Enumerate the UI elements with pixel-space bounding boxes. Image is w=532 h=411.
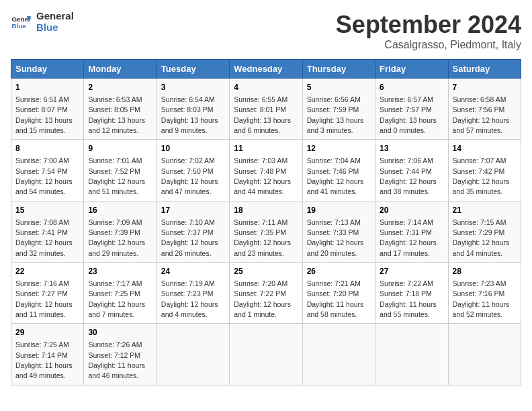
calendar-cell: 18Sunrise: 7:11 AM Sunset: 7:35 PM Dayli… — [230, 201, 302, 262]
calendar-cell: 21Sunrise: 7:15 AM Sunset: 7:29 PM Dayli… — [448, 201, 521, 262]
day-info: Sunrise: 7:09 AM Sunset: 7:39 PM Dayligh… — [88, 218, 145, 257]
calendar-cell: 8Sunrise: 7:00 AM Sunset: 7:54 PM Daylig… — [11, 140, 84, 201]
day-number: 8 — [15, 143, 79, 154]
calendar-cell: 30Sunrise: 7:26 AM Sunset: 7:12 PM Dayli… — [84, 324, 157, 385]
calendar-week-row: 29Sunrise: 7:25 AM Sunset: 7:14 PM Dayli… — [11, 324, 521, 385]
day-number: 24 — [161, 266, 225, 277]
month-title: September 2024 — [336, 11, 521, 39]
day-info: Sunrise: 6:55 AM Sunset: 8:01 PM Dayligh… — [234, 95, 291, 134]
calendar-cell: 16Sunrise: 7:09 AM Sunset: 7:39 PM Dayli… — [84, 201, 157, 262]
day-info: Sunrise: 6:56 AM Sunset: 7:59 PM Dayligh… — [307, 95, 364, 134]
calendar-week-row: 15Sunrise: 7:08 AM Sunset: 7:41 PM Dayli… — [11, 201, 521, 262]
calendar-cell: 19Sunrise: 7:13 AM Sunset: 7:33 PM Dayli… — [302, 201, 375, 262]
day-number: 30 — [88, 327, 152, 338]
day-number: 25 — [234, 266, 298, 277]
logo: General Blue General Blue — [11, 11, 74, 33]
calendar-cell: 26Sunrise: 7:21 AM Sunset: 7:20 PM Dayli… — [302, 263, 375, 324]
day-number: 22 — [15, 266, 79, 277]
day-info: Sunrise: 7:02 AM Sunset: 7:50 PM Dayligh… — [161, 156, 218, 195]
calendar-cell — [375, 324, 448, 385]
calendar-cell: 24Sunrise: 7:19 AM Sunset: 7:23 PM Dayli… — [157, 263, 229, 324]
calendar-cell: 25Sunrise: 7:20 AM Sunset: 7:22 PM Dayli… — [230, 263, 302, 324]
day-number: 18 — [234, 205, 298, 216]
day-of-week-header: Tuesday — [157, 60, 229, 79]
calendar-cell: 7Sunrise: 6:58 AM Sunset: 7:56 PM Daylig… — [448, 79, 521, 140]
calendar-header-row: SundayMondayTuesdayWednesdayThursdayFrid… — [11, 60, 521, 79]
day-number: 10 — [161, 143, 225, 154]
day-info: Sunrise: 7:07 AM Sunset: 7:42 PM Dayligh… — [453, 156, 510, 195]
day-info: Sunrise: 7:10 AM Sunset: 7:37 PM Dayligh… — [161, 218, 218, 257]
day-info: Sunrise: 6:58 AM Sunset: 7:56 PM Dayligh… — [453, 95, 510, 134]
day-number: 17 — [161, 205, 225, 216]
day-info: Sunrise: 7:00 AM Sunset: 7:54 PM Dayligh… — [15, 156, 73, 195]
day-info: Sunrise: 7:11 AM Sunset: 7:35 PM Dayligh… — [234, 218, 291, 257]
day-info: Sunrise: 7:23 AM Sunset: 7:16 PM Dayligh… — [453, 279, 510, 318]
calendar-cell: 17Sunrise: 7:10 AM Sunset: 7:37 PM Dayli… — [157, 201, 229, 262]
calendar-cell: 2Sunrise: 6:53 AM Sunset: 8:05 PM Daylig… — [84, 79, 157, 140]
day-info: Sunrise: 6:51 AM Sunset: 8:07 PM Dayligh… — [15, 95, 73, 134]
day-number: 26 — [307, 266, 371, 277]
calendar-cell: 3Sunrise: 6:54 AM Sunset: 8:03 PM Daylig… — [157, 79, 229, 140]
day-number: 27 — [380, 266, 443, 277]
logo-blue: Blue — [36, 22, 74, 34]
day-info: Sunrise: 6:53 AM Sunset: 8:05 PM Dayligh… — [88, 95, 145, 134]
calendar-cell: 5Sunrise: 6:56 AM Sunset: 7:59 PM Daylig… — [302, 79, 375, 140]
day-info: Sunrise: 7:26 AM Sunset: 7:12 PM Dayligh… — [88, 340, 145, 379]
calendar-week-row: 8Sunrise: 7:00 AM Sunset: 7:54 PM Daylig… — [11, 140, 521, 201]
day-info: Sunrise: 7:25 AM Sunset: 7:14 PM Dayligh… — [15, 340, 73, 379]
calendar-cell: 4Sunrise: 6:55 AM Sunset: 8:01 PM Daylig… — [230, 79, 302, 140]
calendar-cell: 20Sunrise: 7:14 AM Sunset: 7:31 PM Dayli… — [375, 201, 448, 262]
day-info: Sunrise: 7:17 AM Sunset: 7:25 PM Dayligh… — [88, 279, 145, 318]
day-number: 28 — [453, 266, 517, 277]
calendar-cell: 15Sunrise: 7:08 AM Sunset: 7:41 PM Dayli… — [11, 201, 84, 262]
title-block: September 2024 Casalgrasso, Piedmont, It… — [336, 11, 521, 51]
day-info: Sunrise: 7:20 AM Sunset: 7:22 PM Dayligh… — [234, 279, 291, 318]
calendar-cell: 23Sunrise: 7:17 AM Sunset: 7:25 PM Dayli… — [84, 263, 157, 324]
day-number: 5 — [307, 82, 371, 93]
day-of-week-header: Monday — [84, 60, 157, 79]
calendar-week-row: 1Sunrise: 6:51 AM Sunset: 8:07 PM Daylig… — [11, 79, 521, 140]
day-of-week-header: Saturday — [448, 60, 521, 79]
calendar-cell: 14Sunrise: 7:07 AM Sunset: 7:42 PM Dayli… — [448, 140, 521, 201]
calendar-cell — [157, 324, 229, 385]
day-number: 7 — [453, 82, 517, 93]
calendar-cell: 1Sunrise: 6:51 AM Sunset: 8:07 PM Daylig… — [11, 79, 84, 140]
day-number: 9 — [88, 143, 152, 154]
day-number: 15 — [15, 205, 79, 216]
day-number: 3 — [161, 82, 225, 93]
day-number: 6 — [380, 82, 443, 93]
day-number: 13 — [380, 143, 443, 154]
day-number: 21 — [453, 205, 517, 216]
location: Casalgrasso, Piedmont, Italy — [336, 39, 521, 51]
day-of-week-header: Friday — [375, 60, 448, 79]
day-number: 1 — [15, 82, 79, 93]
day-number: 20 — [380, 205, 443, 216]
page-header: General Blue General Blue September 2024… — [11, 11, 521, 51]
day-info: Sunrise: 7:04 AM Sunset: 7:46 PM Dayligh… — [307, 156, 364, 195]
day-info: Sunrise: 7:22 AM Sunset: 7:18 PM Dayligh… — [380, 279, 437, 318]
calendar-cell — [230, 324, 302, 385]
calendar-cell: 6Sunrise: 6:57 AM Sunset: 7:57 PM Daylig… — [375, 79, 448, 140]
day-number: 11 — [234, 143, 298, 154]
day-number: 2 — [88, 82, 152, 93]
day-info: Sunrise: 7:01 AM Sunset: 7:52 PM Dayligh… — [88, 156, 145, 195]
calendar-cell — [302, 324, 375, 385]
calendar-cell: 28Sunrise: 7:23 AM Sunset: 7:16 PM Dayli… — [448, 263, 521, 324]
calendar-table: SundayMondayTuesdayWednesdayThursdayFrid… — [11, 59, 521, 385]
svg-text:Blue: Blue — [12, 22, 27, 30]
calendar-cell: 13Sunrise: 7:06 AM Sunset: 7:44 PM Dayli… — [375, 140, 448, 201]
day-number: 12 — [307, 143, 371, 154]
day-info: Sunrise: 7:06 AM Sunset: 7:44 PM Dayligh… — [380, 156, 437, 195]
day-number: 29 — [15, 327, 79, 338]
logo-general: General — [36, 11, 74, 22]
calendar-cell: 29Sunrise: 7:25 AM Sunset: 7:14 PM Dayli… — [11, 324, 84, 385]
day-info: Sunrise: 7:15 AM Sunset: 7:29 PM Dayligh… — [453, 218, 510, 257]
calendar-cell: 22Sunrise: 7:16 AM Sunset: 7:27 PM Dayli… — [11, 263, 84, 324]
day-info: Sunrise: 7:21 AM Sunset: 7:20 PM Dayligh… — [307, 279, 364, 318]
day-info: Sunrise: 7:16 AM Sunset: 7:27 PM Dayligh… — [15, 279, 73, 318]
calendar-cell: 10Sunrise: 7:02 AM Sunset: 7:50 PM Dayli… — [157, 140, 229, 201]
day-number: 14 — [453, 143, 517, 154]
day-of-week-header: Thursday — [302, 60, 375, 79]
day-info: Sunrise: 6:54 AM Sunset: 8:03 PM Dayligh… — [161, 95, 218, 134]
day-of-week-header: Wednesday — [230, 60, 302, 79]
